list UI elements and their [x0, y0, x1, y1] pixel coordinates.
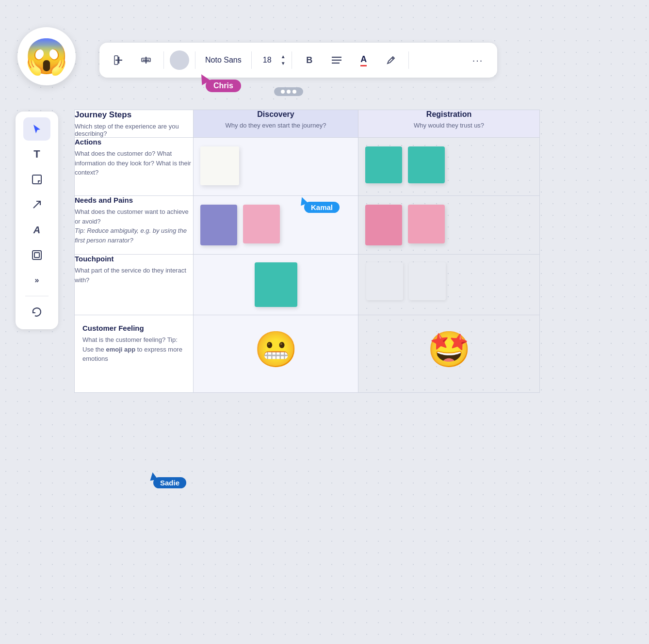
cursor-chris: Chris: [199, 74, 209, 83]
svg-line-11: [33, 201, 40, 208]
sidebar-tool-note[interactable]: [23, 168, 50, 191]
sticky-actions-discovery-1[interactable]: [200, 146, 239, 185]
row-touchpoint: Touchpoint What part of the service do t…: [75, 255, 540, 315]
toolbar-divider-4: [292, 51, 292, 69]
svg-rect-10: [32, 175, 41, 184]
journey-steps-title: Journey Steps: [75, 110, 193, 120]
row-label-touchpoint: Touchpoint What part of the service do t…: [75, 255, 194, 315]
column-header-discovery[interactable]: Discovery Why do they even start the jou…: [194, 110, 358, 138]
touchpoint-discovery-cell[interactable]: [194, 255, 358, 315]
board: Journey Steps Which step of the experien…: [74, 110, 540, 393]
actions-registration-cell[interactable]: [358, 138, 540, 196]
feeling-title: Customer Feeling: [82, 324, 185, 332]
color-picker[interactable]: [170, 50, 189, 70]
sidebar-tool-more[interactable]: »: [23, 269, 50, 292]
needs-title: Needs and Pains: [75, 196, 193, 204]
sticky-needs-reg-2[interactable]: [408, 205, 445, 243]
needs-registration-cell[interactable]: [358, 196, 540, 255]
registration-sub: Why would they trust us?: [358, 122, 539, 129]
text-color-button[interactable]: A: [352, 48, 375, 72]
avatar-emoji: 😱: [17, 27, 76, 85]
toolbar-divider-2: [195, 51, 195, 69]
sticky-actions-reg-2[interactable]: [408, 146, 445, 183]
row-actions: Actions What does the customer do? What …: [75, 138, 540, 196]
actions-discovery-cell[interactable]: [194, 138, 358, 196]
cursor-kamal: Kamal: [299, 197, 307, 205]
cursor-sadie: Sadie: [149, 472, 157, 480]
toolbar-divider-3: [251, 51, 252, 69]
sticky-touchpoint-disc-teal[interactable]: [255, 262, 297, 307]
toolbar-divider-1: [163, 51, 164, 69]
cursor-label-kamal: Kamal: [304, 202, 340, 213]
touchpoint-desc: What part of the service do they interac…: [75, 266, 193, 285]
row-feeling: Customer Feeling What is the customer fe…: [75, 315, 540, 393]
column-header-label: Journey Steps Which step of the experien…: [75, 110, 194, 138]
sidebar-divider: [25, 296, 49, 296]
header-row: Journey Steps Which step of the experien…: [75, 110, 540, 138]
feeling-discovery-emoji: 😬: [194, 315, 358, 383]
discovery-title: Discovery: [194, 110, 358, 119]
discovery-sub: Why do they even start the journey?: [194, 122, 358, 129]
journey-table: Journey Steps Which step of the experien…: [74, 110, 540, 393]
add-row-button[interactable]: [134, 48, 158, 72]
add-column-button[interactable]: [107, 48, 130, 72]
sticky-needs-reg-1[interactable]: [365, 205, 402, 245]
actions-desc: What does the customer do? What informat…: [75, 149, 193, 177]
align-button[interactable]: [325, 48, 348, 72]
sticky-needs-disc-lavender[interactable]: [200, 205, 237, 245]
feeling-desc: What is the customer feeling? Tip: Use t…: [82, 335, 185, 364]
font-size-stepper[interactable]: ▲ ▼: [281, 53, 286, 67]
sticky-actions-reg-1[interactable]: [365, 146, 402, 183]
sidebar-tool-select[interactable]: [23, 117, 50, 141]
sidebar-undo-button[interactable]: [23, 300, 50, 323]
pen-button[interactable]: [379, 48, 403, 72]
feeling-discovery-cell[interactable]: 😬: [194, 315, 358, 393]
svg-rect-12: [32, 251, 41, 259]
feeling-registration-cell[interactable]: 🤩: [358, 315, 540, 393]
feeling-registration-emoji: 🤩: [358, 315, 539, 383]
toolbar: Noto Sans 18 ▲ ▼ B A ···: [99, 43, 497, 78]
touchpoint-title: Touchpoint: [75, 255, 193, 263]
cursor-label-sadie: Sadie: [153, 477, 186, 488]
sticky-touchpoint-reg-2[interactable]: [409, 262, 446, 300]
font-selector[interactable]: Noto Sans: [201, 56, 245, 64]
sidebar-tool-pen[interactable]: A: [23, 218, 50, 242]
svg-line-9: [392, 58, 393, 59]
row-label-actions: Actions What does the customer do? What …: [75, 138, 194, 196]
row-label-feeling: Customer Feeling What is the customer fe…: [75, 315, 194, 393]
registration-title: Registration: [358, 110, 539, 119]
more-options-button[interactable]: ···: [466, 48, 489, 72]
needs-desc: What does the customer want to achieve o…: [75, 207, 193, 245]
sticky-needs-disc-pink[interactable]: [243, 205, 280, 243]
svg-rect-13: [34, 253, 39, 258]
column-header-registration[interactable]: Registration Why would they trust us?: [358, 110, 540, 138]
more-dots-badge: [274, 87, 303, 96]
touchpoint-registration-cell[interactable]: [358, 255, 540, 315]
font-size-display: 18: [258, 56, 277, 64]
cursor-label-chris: Chris: [206, 80, 241, 92]
toolbar-divider-5: [408, 51, 409, 69]
sidebar-tool-frame[interactable]: [23, 243, 50, 267]
actions-title: Actions: [75, 138, 193, 146]
sidebar-tool-text[interactable]: T: [23, 143, 50, 166]
sidebar: T A »: [16, 112, 58, 329]
bold-button[interactable]: B: [298, 48, 321, 72]
journey-steps-sub: Which step of the experience are you des…: [75, 123, 193, 137]
row-label-needs: Needs and Pains What does the customer w…: [75, 196, 194, 255]
sidebar-tool-arrow[interactable]: [23, 193, 50, 216]
sticky-touchpoint-reg-1[interactable]: [366, 262, 403, 300]
